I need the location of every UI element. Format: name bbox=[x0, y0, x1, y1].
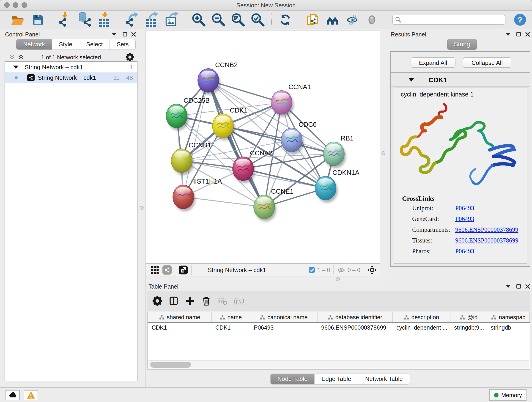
tab-select[interactable]: Select bbox=[79, 39, 110, 50]
network-node-ccne1[interactable] bbox=[254, 195, 276, 221]
network-node-cdc25b[interactable] bbox=[166, 104, 189, 130]
crosslink-value-link[interactable]: P06493 bbox=[455, 205, 474, 212]
export-network-icon[interactable] bbox=[124, 12, 139, 27]
toolbar-search-field[interactable] bbox=[392, 15, 505, 25]
show-hide-annotations-icon[interactable] bbox=[345, 12, 360, 27]
crosslink-value-link[interactable]: 9606.ENSP00000378699 bbox=[455, 226, 518, 233]
table-row[interactable]: CDK1CDK1P064939606.ENSP00000378699cyclin… bbox=[148, 323, 530, 332]
zoom-out-icon[interactable] bbox=[211, 12, 226, 27]
zoom-in-icon[interactable] bbox=[191, 12, 206, 27]
network-canvas[interactable]: CCNB2CCNA1CDC25BCDK1CDC6RB1CCNB1CCNA2CDK… bbox=[146, 30, 380, 264]
table-cell[interactable]: cyclin–dependent ... bbox=[393, 323, 450, 332]
cloud-button[interactable] bbox=[6, 390, 20, 400]
tab-network[interactable]: Network bbox=[16, 39, 52, 50]
scrollbar-thumb[interactable] bbox=[150, 362, 191, 368]
left-splitter-grip[interactable] bbox=[140, 206, 144, 210]
add-column-icon[interactable] bbox=[185, 296, 195, 306]
tab-network-table[interactable]: Network Table bbox=[358, 374, 410, 384]
network-graph[interactable]: CCNB2CCNA1CDC25BCDK1CDC6RB1CCNB1CCNA2CDK… bbox=[146, 31, 380, 263]
network-collection-row[interactable]: String Network – cdk1 1 bbox=[5, 62, 137, 72]
results-panel-float-button[interactable] bbox=[516, 32, 521, 36]
open-session-icon[interactable] bbox=[10, 12, 25, 27]
expand-all-tree-icon[interactable] bbox=[18, 54, 24, 60]
show-columns-icon[interactable] bbox=[168, 296, 179, 306]
tab-node-table[interactable]: Node Table bbox=[271, 374, 315, 384]
import-table-file-icon[interactable] bbox=[97, 12, 112, 27]
collection-expander-icon[interactable] bbox=[13, 65, 18, 69]
zoom-fit-icon[interactable] bbox=[230, 12, 246, 27]
control-panel-float-button[interactable] bbox=[123, 32, 127, 36]
column-header-shared-name[interactable]: shared name bbox=[148, 312, 212, 322]
table-gear-icon[interactable] bbox=[152, 296, 162, 306]
grid-view-icon[interactable] bbox=[150, 265, 159, 274]
column-header-@id[interactable]: @id bbox=[450, 312, 487, 322]
cdk1-expander-icon[interactable] bbox=[409, 78, 414, 82]
network-node-cdk1[interactable] bbox=[212, 114, 235, 140]
delete-column-icon[interactable] bbox=[201, 296, 211, 306]
results-panel-menu-button[interactable] bbox=[506, 33, 510, 36]
collapse-all-button[interactable]: Collapse All bbox=[463, 57, 511, 68]
network-edge[interactable] bbox=[208, 80, 264, 207]
collapse-all-tree-icon[interactable] bbox=[9, 54, 15, 60]
memory-button[interactable]: Memory bbox=[489, 389, 526, 401]
network-panel-gear-icon[interactable] bbox=[126, 53, 134, 61]
table-panel-menu-button[interactable] bbox=[506, 285, 510, 288]
table-cell[interactable]: stringdb:9... bbox=[450, 323, 487, 332]
cdk1-section-header[interactable]: CDK1 bbox=[391, 73, 530, 87]
table-horizontal-scrollbar[interactable] bbox=[148, 360, 529, 369]
horizontal-splitter[interactable] bbox=[146, 276, 380, 282]
selected-checkbox-icon[interactable] bbox=[309, 267, 315, 273]
table-panel-float-button[interactable] bbox=[516, 284, 521, 288]
network-node-cdkn1a[interactable] bbox=[315, 176, 338, 203]
birds-eye-view-icon[interactable] bbox=[367, 265, 377, 275]
show-graphics-details-icon[interactable] bbox=[325, 12, 340, 27]
right-splitter[interactable] bbox=[380, 29, 387, 282]
warnings-button[interactable] bbox=[24, 390, 38, 400]
results-panel-close-icon[interactable] bbox=[525, 32, 530, 37]
crosslink-value-link[interactable]: P06493 bbox=[455, 216, 474, 223]
table-cell[interactable]: CDK1 bbox=[148, 323, 212, 332]
tab-edge-table[interactable]: Edge Table bbox=[315, 374, 358, 384]
control-panel-close-icon[interactable] bbox=[131, 32, 136, 37]
hidden-eye-icon[interactable] bbox=[337, 266, 345, 274]
help-button[interactable]: ? bbox=[514, 14, 526, 26]
network-node-rb1[interactable] bbox=[323, 142, 346, 168]
clone-network-icon[interactable] bbox=[305, 12, 320, 27]
table-panel-close-icon[interactable] bbox=[525, 284, 530, 289]
refresh-icon[interactable] bbox=[278, 12, 293, 27]
tab-style[interactable]: Style bbox=[52, 39, 79, 50]
tab-string[interactable]: String bbox=[447, 39, 477, 50]
import-network-file-icon[interactable] bbox=[57, 12, 72, 27]
table-cell[interactable]: 9606.ENSP00000378699 bbox=[317, 323, 393, 332]
network-node-ccnb2[interactable] bbox=[198, 69, 220, 95]
zoom-selected-icon[interactable] bbox=[250, 12, 265, 27]
export-view-icon[interactable] bbox=[178, 265, 188, 275]
table-cell[interactable]: CDK1 bbox=[212, 323, 250, 332]
export-image-icon[interactable] bbox=[164, 12, 179, 27]
network-edge[interactable] bbox=[183, 197, 264, 207]
horizontal-splitter-grip[interactable] bbox=[336, 277, 340, 281]
network-node-ccna1[interactable] bbox=[271, 90, 294, 117]
network-node-ccna2[interactable] bbox=[233, 157, 255, 183]
column-header-description[interactable]: description bbox=[393, 312, 450, 322]
import-network-database-icon[interactable] bbox=[77, 12, 92, 27]
column-header-database-identifier[interactable]: database identifier bbox=[317, 312, 393, 322]
string-view-badge-icon[interactable] bbox=[162, 265, 172, 274]
protein-structure-image bbox=[397, 100, 521, 193]
control-panel-menu-button[interactable] bbox=[112, 33, 116, 36]
column-header-name[interactable]: name bbox=[212, 312, 250, 322]
network-row[interactable]: String Network – cdk1 11 48 bbox=[5, 72, 137, 83]
save-session-icon[interactable] bbox=[30, 12, 45, 27]
column-header-canonical-name[interactable]: canonical name bbox=[250, 312, 317, 322]
network-node-hist1h1a[interactable] bbox=[173, 185, 196, 211]
crosslink-value-link[interactable]: P06493 bbox=[455, 248, 474, 255]
table-cell[interactable]: P06493 bbox=[250, 323, 317, 332]
tab-sets[interactable]: Sets bbox=[110, 39, 135, 50]
expand-all-button[interactable]: Expand All bbox=[411, 57, 456, 68]
column-header-namespac[interactable]: namespac bbox=[487, 312, 530, 322]
crosslink-value-link[interactable]: 9606.ENSP00000378699 bbox=[455, 237, 518, 244]
table-cell[interactable]: stringdb bbox=[487, 323, 530, 332]
export-table-icon[interactable] bbox=[144, 12, 159, 27]
network-edge[interactable] bbox=[243, 169, 326, 188]
right-splitter-grip[interactable] bbox=[381, 151, 385, 155]
